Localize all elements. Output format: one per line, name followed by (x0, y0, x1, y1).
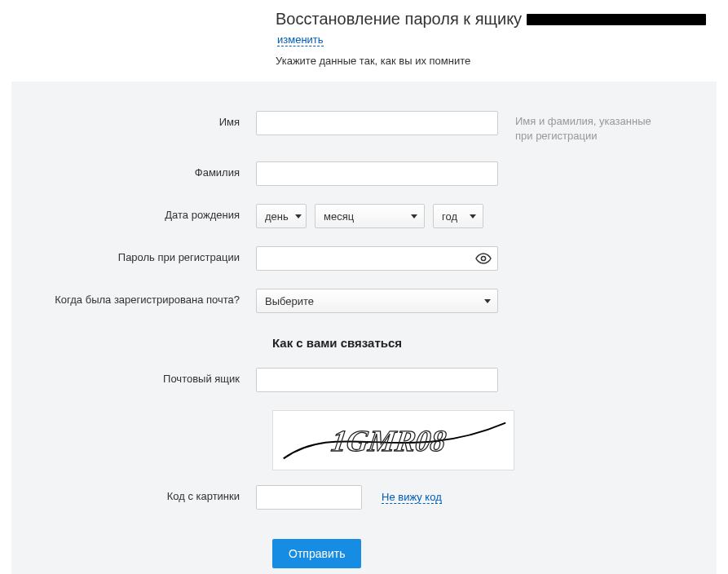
redacted-email (527, 14, 706, 25)
dob-month-select[interactable]: месяц (315, 204, 425, 228)
label-dob: Дата рождения (11, 204, 256, 221)
dob-day-select[interactable]: день (256, 204, 307, 228)
label-mailbox: Почтовый ящик (11, 368, 256, 385)
dob-year-select[interactable]: год (433, 204, 483, 228)
hint-name: Имя и фамилия, указанные при регистрации (501, 111, 664, 144)
title-prefix: Восстановление пароля к ящику (276, 10, 522, 29)
page-title: Восстановление пароля к ящику изменить (276, 10, 728, 46)
mailbox-input[interactable] (256, 368, 498, 392)
captcha-refresh-link[interactable]: Не вижу код (382, 491, 442, 504)
chevron-down-icon (295, 214, 302, 219)
captcha-input[interactable] (256, 485, 362, 510)
captcha-text: 1GMR08 (329, 424, 448, 457)
label-password: Пароль при регистрации (11, 246, 256, 263)
section-title-contact: Как с вами связаться (272, 336, 717, 350)
page-subtitle: Укажите данные так, как вы их помните (276, 55, 728, 67)
registration-password-input[interactable] (256, 246, 498, 271)
last-name-input[interactable] (256, 161, 498, 186)
dob-day-label: день (265, 210, 289, 223)
change-email-link[interactable]: изменить (277, 33, 324, 46)
captcha-image: 1GMR08 (272, 410, 514, 470)
eye-icon[interactable] (475, 253, 492, 264)
label-first-name: Имя (11, 111, 256, 128)
label-captcha: Код с картинки (11, 485, 256, 502)
registered-when-select[interactable]: Выберите (256, 289, 498, 313)
registered-when-label: Выберите (265, 295, 314, 307)
recovery-form: Имя Имя и фамилия, указанные при регистр… (11, 82, 717, 574)
chevron-down-icon (484, 299, 491, 303)
dob-month-label: месяц (324, 210, 354, 223)
label-last-name: Фамилия (11, 161, 256, 179)
first-name-input[interactable] (256, 111, 498, 135)
label-registered-when: Когда была зарегистрирована почта? (11, 289, 256, 306)
submit-button[interactable]: Отправить (272, 539, 361, 568)
svg-point-0 (481, 257, 485, 261)
chevron-down-icon (470, 214, 476, 219)
dob-year-label: год (442, 210, 457, 223)
chevron-down-icon (411, 214, 417, 219)
